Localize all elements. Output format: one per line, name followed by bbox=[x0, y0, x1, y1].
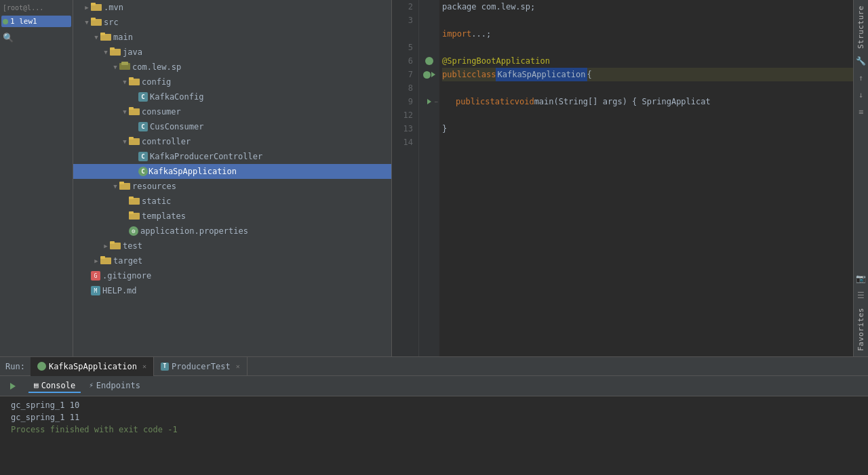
run-label: Run: bbox=[5, 362, 25, 371]
producer-tab-close[interactable]: ✕ bbox=[236, 363, 240, 370]
tree-arrow-config[interactable]: ▼ bbox=[121, 77, 129, 87]
code-line-5 bbox=[442, 41, 853, 54]
tree-item-mvn[interactable]: ▶.mvn bbox=[73, 0, 391, 15]
code-line-14 bbox=[442, 136, 853, 149]
tree-item-resources[interactable]: ▼resources bbox=[73, 179, 391, 194]
spring-class-icon bbox=[423, 71, 431, 79]
tree-item-KafkaConfig[interactable]: CKafkaConfig bbox=[73, 89, 391, 104]
svg-rect-25 bbox=[100, 256, 105, 259]
tree-label-static: static bbox=[142, 197, 171, 206]
code-line-2: package com.lew.sp; bbox=[442, 0, 853, 14]
tree-item-static[interactable]: static bbox=[73, 194, 391, 209]
tree-label-controller: controller bbox=[142, 137, 191, 146]
tab-icon bbox=[3, 19, 8, 24]
favorites-label[interactable]: Favorites bbox=[856, 305, 865, 354]
tree-arrow-static bbox=[121, 197, 129, 206]
code-line-8 bbox=[442, 81, 853, 95]
run-toolbar: ▤ Console ⚡ Endpoints bbox=[0, 376, 868, 396]
tree-label-com.lew.sp: com.lew.sp bbox=[132, 62, 181, 72]
tree-arrow-KafkaProducerController bbox=[130, 152, 138, 161]
tree-arrow-KafkaConfig bbox=[130, 92, 138, 102]
camera-icon[interactable]: 📷 bbox=[855, 272, 867, 285]
tree-item-main[interactable]: ▼main bbox=[73, 30, 391, 45]
console-icon: ▤ bbox=[34, 381, 39, 390]
svg-rect-23 bbox=[110, 241, 115, 244]
run-play-button[interactable] bbox=[5, 379, 20, 394]
tree-arrow-resources[interactable]: ▼ bbox=[111, 182, 119, 191]
tree-arrow-src[interactable]: ▼ bbox=[83, 18, 91, 27]
search-button[interactable]: 🔍 bbox=[1, 31, 71, 44]
run-tab-kafka[interactable]: KafkaSpApplication ✕ bbox=[31, 357, 154, 376]
tree-arrow-consumer[interactable]: ▼ bbox=[121, 107, 129, 117]
folder-icon-mvn bbox=[91, 2, 102, 13]
console-tab-label: Console bbox=[41, 381, 76, 390]
tree-arrow-main[interactable]: ▼ bbox=[92, 33, 100, 42]
tree-arrow-KafkaSpApplication bbox=[130, 167, 138, 176]
tree-arrow-controller[interactable]: ▼ bbox=[121, 137, 129, 146]
tree-arrow-target[interactable]: ▶ bbox=[92, 256, 100, 266]
svg-rect-7 bbox=[110, 47, 115, 50]
up-arrow-icon[interactable]: ↑ bbox=[855, 72, 867, 84]
folder-icon-src bbox=[91, 17, 102, 28]
tree-item-KafkaSpApplication[interactable]: CKafkaSpApplication bbox=[73, 164, 391, 179]
svg-rect-15 bbox=[129, 137, 134, 140]
endpoints-tab-label: Endpoints bbox=[96, 381, 140, 390]
structure-label[interactable]: Structure bbox=[856, 3, 865, 51]
tree-label-java: java bbox=[123, 47, 142, 57]
list-icon[interactable]: ☰ bbox=[855, 289, 867, 302]
package-icon-com.lew.sp bbox=[119, 62, 130, 73]
tree-item-config[interactable]: ▼config bbox=[73, 75, 391, 89]
code-area: package com.lew.sp; import ...; @SpringB… bbox=[439, 0, 853, 356]
tree-item-gitignore[interactable]: G.gitignore bbox=[73, 268, 391, 283]
tree-item-src[interactable]: ▼src bbox=[73, 15, 391, 30]
tree-item-consumer[interactable]: ▼consumer bbox=[73, 104, 391, 119]
console-line-2: gc_spring_1 11 bbox=[11, 411, 863, 424]
tree-arrow-mvn[interactable]: ▶ bbox=[83, 3, 91, 12]
tree-arrow-java[interactable]: ▼ bbox=[102, 47, 110, 57]
tree-item-test[interactable]: ▶test bbox=[73, 239, 391, 253]
tree-item-KafkaProducerController[interactable]: CKafkaProducerController bbox=[73, 149, 391, 164]
kafka-tab-icon bbox=[37, 362, 46, 371]
svg-marker-26 bbox=[10, 383, 16, 390]
tree-arrow-com.lew.sp[interactable]: ▼ bbox=[111, 62, 119, 72]
tree-label-target: target bbox=[113, 256, 142, 266]
wrench-icon[interactable]: 🔧 bbox=[855, 55, 867, 67]
tree-item-HELP.md[interactable]: MHELP.md bbox=[73, 283, 391, 298]
folder-icon-java bbox=[110, 47, 121, 58]
tree-item-target[interactable]: ▶target bbox=[73, 253, 391, 268]
kafka-tab-label: KafkaSpApplication bbox=[49, 362, 137, 371]
tree-label-templates: templates bbox=[142, 211, 186, 221]
tree-arrow-test[interactable]: ▶ bbox=[102, 241, 110, 251]
run-method-icon[interactable] bbox=[427, 99, 431, 104]
tree-item-CusConsumer[interactable]: CCusConsumer bbox=[73, 119, 391, 134]
tree-arrow-application.properties bbox=[121, 226, 129, 236]
folder-icon-consumer bbox=[129, 106, 140, 117]
right-panel: Structure 🔧 ↑ ↓ ≡ 📷 ☰ Favorites bbox=[853, 0, 868, 356]
folder-icon-templates bbox=[129, 211, 140, 222]
code-gutter: − bbox=[419, 0, 439, 356]
kafka-tab-close[interactable]: ✕ bbox=[142, 363, 146, 370]
console-tab[interactable]: ▤ Console bbox=[28, 379, 81, 393]
tree-label-resources: resources bbox=[132, 182, 176, 191]
bottom-panel: Run: KafkaSpApplication ✕ T ProducerTest… bbox=[0, 356, 868, 475]
tree-item-controller[interactable]: ▼controller bbox=[73, 134, 391, 149]
tree-item-application.properties[interactable]: ⚙application.properties bbox=[73, 224, 391, 239]
tree-label-mvn: .mvn bbox=[104, 3, 123, 12]
tree-item-java[interactable]: ▼java bbox=[73, 45, 391, 60]
tree-item-templates[interactable]: templates bbox=[73, 209, 391, 224]
fold-icon[interactable]: − bbox=[435, 98, 438, 105]
run-gutter-icon[interactable] bbox=[431, 72, 435, 77]
endpoints-tab[interactable]: ⚡ Endpoints bbox=[83, 379, 146, 393]
svg-rect-3 bbox=[91, 18, 96, 20]
folder-icon-controller bbox=[129, 136, 140, 147]
tree-item-com.lew.sp[interactable]: ▼com.lew.sp bbox=[73, 60, 391, 75]
code-line-7: public class KafkaSpApplication { bbox=[442, 68, 853, 81]
producer-tab-label: ProducerTest bbox=[172, 362, 231, 371]
down-arrow-icon[interactable]: ↓ bbox=[855, 89, 867, 101]
bookmark-icon[interactable]: ≡ bbox=[855, 106, 867, 118]
run-tab-producer[interactable]: T ProducerTest ✕ bbox=[154, 357, 248, 376]
class-icon-CusConsumer: C bbox=[138, 122, 148, 131]
spring-icon-KafkaSpApplication: C bbox=[138, 167, 148, 176]
tab-item[interactable]: 1 lew1 bbox=[1, 16, 71, 27]
tree-label-config: config bbox=[142, 77, 171, 87]
